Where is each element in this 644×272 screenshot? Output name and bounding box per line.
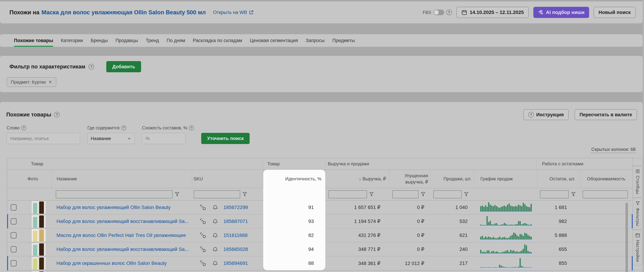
revenue-funnel-icon[interactable] xyxy=(369,192,374,197)
instruction-button[interactable]: ? Инструкция xyxy=(524,109,569,120)
row-checkbox[interactable] xyxy=(11,204,16,211)
bell-icon[interactable] xyxy=(212,218,218,225)
chip-close-icon[interactable]: ✕ xyxy=(48,80,52,84)
table-row[interactable]: Набор для волос увлажняющий восстанавлив… xyxy=(7,242,633,256)
tab-9[interactable]: Запросы xyxy=(306,34,324,47)
sku-filter-input[interactable] xyxy=(194,190,240,198)
revenue-filter-input[interactable] xyxy=(328,190,367,198)
tab-8[interactable]: Ценовая сегментация xyxy=(250,34,298,47)
header-sales[interactable]: Продажи, шт. xyxy=(430,170,474,188)
header-stock[interactable]: Остаток, шт. xyxy=(537,170,580,188)
side-tab-3[interactable]: Настройки xyxy=(633,230,642,265)
sales-funnel-icon[interactable] xyxy=(464,192,468,197)
word-input[interactable] xyxy=(7,133,80,144)
section-help-icon[interactable]: ? xyxy=(54,112,60,117)
tabs-container: Похожие товарыКатегорииБрендыПродавцыТре… xyxy=(14,34,355,47)
similar-versions-icon[interactable] xyxy=(200,232,206,239)
where-select[interactable]: Название xyxy=(88,133,134,144)
side-tab-2[interactable]: Фильтры xyxy=(633,198,642,230)
table-row-partial[interactable] xyxy=(7,270,633,272)
tab-1[interactable]: Похожие товары xyxy=(14,34,53,47)
tab-7[interactable]: Раскладка по складам xyxy=(193,34,242,47)
row-checkbox[interactable] xyxy=(11,218,16,225)
open-wb-link[interactable]: Открыть на WB xyxy=(213,10,253,15)
currency-recalc-button[interactable]: Пересчитать в валюте xyxy=(574,109,637,120)
sku-link[interactable]: 185672299 xyxy=(224,205,248,210)
side-tab-blank[interactable] xyxy=(633,158,642,166)
lost-revenue-value: 0 ₽ xyxy=(389,242,430,256)
lost-revenue-filter-input[interactable] xyxy=(392,190,418,198)
row-checkbox[interactable] xyxy=(11,260,16,267)
side-tab-4[interactable]: По xyxy=(633,270,642,272)
product-name-link[interactable]: Набор для окрашенных волос Ollin Salon B… xyxy=(56,261,166,266)
lost-revenue-funnel-icon[interactable] xyxy=(421,192,425,197)
page-scrollbar[interactable] xyxy=(642,0,644,272)
table-row[interactable]: Набор для волос увлажняющий восстанавлив… xyxy=(7,214,633,228)
side-tab-label: Столбцы xyxy=(635,176,640,194)
add-filter-button[interactable]: Добавить xyxy=(106,61,141,72)
similar-versions-icon[interactable] xyxy=(200,246,206,253)
date-range-button[interactable]: 14.10.2025 – 12.11.2025 xyxy=(456,7,529,18)
product-name-link[interactable]: Набор для волос увлажняющий восстанавлив… xyxy=(56,247,189,252)
filter-help-icon[interactable]: ? xyxy=(88,64,94,69)
header-revenue[interactable]: ↓ Выручка, ₽ xyxy=(325,170,389,188)
header-sales-chart[interactable]: График продаж xyxy=(474,170,537,188)
table-row[interactable]: Масло для волос Ollin Perfect Hair Tres … xyxy=(7,228,633,242)
new-search-button[interactable]: Новый поиск xyxy=(594,7,636,18)
table-row[interactable]: Набор для волос увлажняющий Ollin Salon … xyxy=(7,200,633,214)
tab-2[interactable]: Категории xyxy=(61,34,83,47)
bell-icon[interactable] xyxy=(212,204,218,211)
similarity-help-icon[interactable]: ? xyxy=(189,126,194,130)
header-lost-revenue[interactable]: Упущенная выручка, ₽ xyxy=(389,170,430,188)
tab-10[interactable]: Предметы xyxy=(332,34,355,47)
similar-versions-icon[interactable] xyxy=(200,218,206,225)
sales-value: 1 040 xyxy=(430,200,474,214)
filter-chip-label: Предмет: Куртки xyxy=(11,79,46,85)
similarity-input[interactable] xyxy=(142,133,186,144)
product-name-link[interactable]: Набор для волос увлажняющий Ollin Salon … xyxy=(56,205,170,210)
row-checkbox[interactable] xyxy=(11,232,16,239)
filter-chip[interactable]: Предмет: Куртки ✕ xyxy=(7,77,56,87)
sku-link[interactable]: 185687071 xyxy=(224,219,248,224)
row-checkbox[interactable] xyxy=(11,246,16,253)
name-funnel-icon[interactable] xyxy=(175,192,179,197)
hidden-columns-link[interactable]: Скрытых колонок: 68 xyxy=(592,147,636,153)
name-filter-input[interactable] xyxy=(56,190,172,198)
table-row[interactable]: Набор для окрашенных волос Ollin Salon B… xyxy=(7,256,633,270)
product-name-link[interactable]: Набор для волос увлажняющий восстанавлив… xyxy=(56,219,189,224)
header-turnover[interactable]: Оборачиваемость xyxy=(580,170,633,188)
source-product-link[interactable]: Маска для волос увлажняющая Ollin Salon … xyxy=(42,9,206,16)
fbs-toggle[interactable] xyxy=(433,9,444,15)
side-tab-1[interactable]: Столбцы xyxy=(633,166,642,198)
header-name[interactable]: Название xyxy=(52,170,192,188)
fbs-help-icon[interactable]: ? xyxy=(446,9,452,15)
sku-link[interactable]: 151611668 xyxy=(224,233,248,238)
sku-funnel-icon[interactable] xyxy=(243,192,247,197)
stock-funnel-icon[interactable] xyxy=(571,192,576,197)
header-identity[interactable]: Идентичность, % xyxy=(263,170,325,188)
sku-link[interactable]: 185665028 xyxy=(224,247,248,252)
bell-icon[interactable] xyxy=(212,260,218,267)
word-help-icon[interactable]: ? xyxy=(21,126,26,130)
similar-versions-icon[interactable] xyxy=(200,204,206,211)
similar-versions-icon[interactable] xyxy=(200,260,206,267)
sku-link[interactable]: 185694691 xyxy=(224,261,248,266)
product-name-link[interactable]: Масло для волос Ollin Perfect Hair Tres … xyxy=(56,233,186,238)
header-sku[interactable]: SKU xyxy=(192,170,263,188)
tab-3[interactable]: Бренды xyxy=(91,34,108,47)
turnover-filter-input[interactable] xyxy=(583,190,628,198)
sales-filter-input[interactable] xyxy=(433,190,462,198)
where-help-icon[interactable]: ? xyxy=(121,126,126,130)
bell-icon[interactable] xyxy=(212,246,218,253)
header-photo[interactable]: Фото xyxy=(20,170,52,188)
tab-5[interactable]: Тренд xyxy=(146,34,159,47)
tab-6[interactable]: По дням xyxy=(166,34,185,47)
similarity-field-group: Схожесть составов, % ? xyxy=(142,125,194,144)
tab-4[interactable]: Продавцы xyxy=(116,34,138,47)
refine-search-button[interactable]: Уточнить поиск xyxy=(201,133,250,144)
bell-icon[interactable] xyxy=(212,232,218,239)
stock-filter-input[interactable] xyxy=(540,190,569,198)
page: Похожи на Маска для волос увлажняющая Ol… xyxy=(0,0,644,272)
group-product: Товар xyxy=(7,158,263,170)
ai-niche-button[interactable]: AI подбор ниши xyxy=(533,7,589,18)
